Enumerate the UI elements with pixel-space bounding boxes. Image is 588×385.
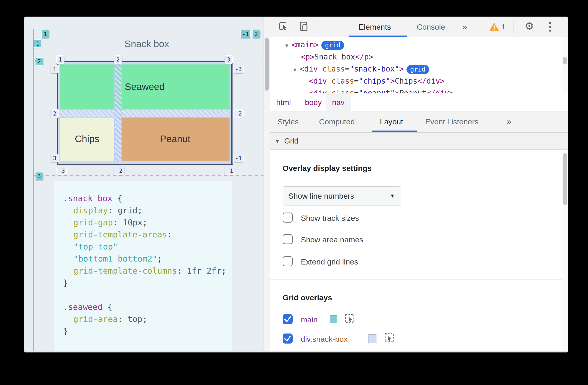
toolbar-divider [319, 20, 319, 33]
cell-peanut-label: Peanut [160, 133, 190, 144]
tab-styles[interactable]: Styles [278, 111, 299, 132]
box-grid-col-gap-hatch [114, 64, 122, 161]
overlay-inspect-icon[interactable] [384, 333, 394, 343]
overlay-label: main [301, 315, 318, 325]
tab-computed[interactable]: Computed [319, 111, 355, 132]
main-grid-col-badge-1: 1 [41, 30, 49, 38]
toolbar-divider-2 [514, 20, 514, 33]
tab-elements[interactable]: Elements [359, 17, 391, 37]
layout-pane-scrollbar[interactable] [562, 150, 568, 352]
device-toolbar-icon[interactable] [298, 21, 309, 31]
grid-section-label: Grid [284, 133, 298, 150]
main-grid-row3-line [33, 175, 263, 176]
main-grid-left-line [33, 29, 34, 352]
code-token: display [73, 206, 108, 215]
dom-tree-row[interactable]: ▼<main>grid [270, 39, 562, 51]
kebab-menu-icon[interactable] [549, 22, 551, 32]
box-grid-col-top-badge: 2 [114, 55, 122, 64]
grid-section-header[interactable]: ▼ Grid [270, 133, 568, 150]
cell-seaweed-label: Seaweed [125, 81, 165, 92]
active-tab-underline [349, 36, 407, 37]
dom-tree-row[interactable]: ▼<div class="snack-box">grid [270, 63, 562, 75]
browser-window: Snack box 1 -1 2 1 2 3 Seaweed Chips Pea… [24, 17, 568, 352]
main-grid-row-badge-2: 2 [35, 57, 43, 66]
dom-token: <div [300, 64, 318, 73]
overlay-checkbox-0[interactable] [283, 314, 293, 324]
code-line: } [54, 277, 232, 289]
tab-layout[interactable]: Layout [380, 111, 403, 132]
dom-token: <div [309, 89, 327, 93]
code-line: "bottom1 bottom2"; [54, 253, 232, 265]
box-grid-row-left-badge: 2 [51, 109, 59, 118]
code-token: } [63, 326, 68, 336]
code-token: top [127, 314, 142, 324]
dom-token: <main> [292, 40, 319, 49]
window-bottom-scrollbar[interactable] [24, 351, 568, 352]
breadcrumb-item-html[interactable]: html [270, 93, 297, 111]
dom-tree-row[interactable]: <div class="peanut">Peanut</div> [270, 87, 562, 93]
dom-token: </div> [418, 77, 444, 86]
code-token: "bottom1 bottom2" [73, 254, 157, 263]
main-grid-row-badge-3: 3 [35, 172, 43, 180]
overlay-color-swatch[interactable] [330, 315, 337, 323]
code-token: grid-template-areas [73, 230, 167, 239]
close-icon[interactable] [567, 22, 568, 32]
page-scrollbar-thumb[interactable] [265, 38, 269, 91]
warning-count[interactable]: 1 [501, 17, 505, 37]
layout-pane-scrollbar-thumb[interactable] [563, 153, 567, 205]
grid-badge: grid [321, 41, 344, 50]
code-token: "top top" [73, 242, 118, 251]
chevron-down-icon: ▼ [390, 193, 395, 199]
checkbox-show-area-names[interactable] [283, 234, 293, 244]
box-grid-col-bottom-badge: -2 [114, 167, 124, 175]
code-token: : [177, 266, 187, 276]
dom-token: > [395, 89, 399, 93]
dom-tree-scrollbar-thumb[interactable] [563, 57, 567, 64]
code-token: .seaweed [63, 302, 103, 312]
box-grid-bottom-line [57, 164, 233, 165]
main-grid-col-badge--1: -1 [240, 30, 251, 38]
main-grid-col-badge-2: 2 [252, 30, 260, 38]
code-token: 1fr 2fr [187, 266, 222, 276]
tab-console[interactable]: Console [417, 17, 445, 37]
checkbox-show-track-sizes[interactable] [283, 213, 293, 223]
more-tabs-chevron-icon[interactable]: » [462, 17, 467, 37]
code-token: grid-area [73, 314, 118, 324]
overlay-label-part: div [301, 335, 310, 343]
grid-overlays-heading: Grid overlays [283, 293, 332, 302]
code-token: ; [157, 254, 162, 263]
cell-chips: Chips [60, 117, 114, 161]
breadcrumb-item-body[interactable]: body [298, 93, 328, 111]
checkmark-icon [283, 334, 293, 343]
overlay-checkbox-1[interactable] [283, 334, 293, 343]
dom-tree-scrollbar[interactable] [562, 37, 568, 93]
page-title: Snack box [33, 39, 260, 49]
code-token: { [112, 194, 122, 203]
checkbox-extend-grid-lines[interactable] [283, 256, 293, 266]
breadcrumb-item-nav[interactable]: nav [326, 93, 351, 111]
code-token: : [113, 218, 123, 227]
warning-icon[interactable] [489, 22, 499, 32]
overlay-label-part: .snack-box [310, 335, 348, 343]
code-token: : [108, 206, 118, 215]
settings-gear-icon[interactable]: ⚙ [525, 20, 534, 32]
dom-tree: ▼<main>grid<p>Snack box</p>▼<div class="… [270, 37, 562, 93]
more-panes-chevron-icon[interactable]: » [506, 111, 511, 132]
overlay-color-swatch[interactable] [368, 334, 377, 343]
code-token: grid-template-columns [73, 266, 177, 276]
inspect-element-icon[interactable] [278, 21, 289, 31]
box-grid-col-top-badge: 1 [56, 55, 64, 64]
dom-tree-row[interactable]: <div class="chips">Chips</div> [270, 75, 562, 87]
dom-tree-row[interactable]: <p>Snack box</p> [270, 51, 562, 63]
tab-event-listeners[interactable]: Event Listeners [425, 111, 479, 132]
overlay-label: div.snack-box [301, 334, 348, 344]
dom-token: = [354, 89, 359, 93]
cell-chips-label: Chips [75, 133, 99, 144]
checkbox-label: Extend grid lines [301, 257, 358, 267]
dom-token: Peanut [399, 89, 426, 93]
main-grid-row-badge-1: 1 [34, 39, 42, 48]
overlay-inspect-icon[interactable] [345, 314, 355, 323]
line-numbers-dropdown[interactable]: Show line numbers ▼ [283, 186, 401, 206]
page-vertical-scrollbar[interactable] [263, 17, 270, 352]
code-line: "top top" [54, 241, 232, 253]
